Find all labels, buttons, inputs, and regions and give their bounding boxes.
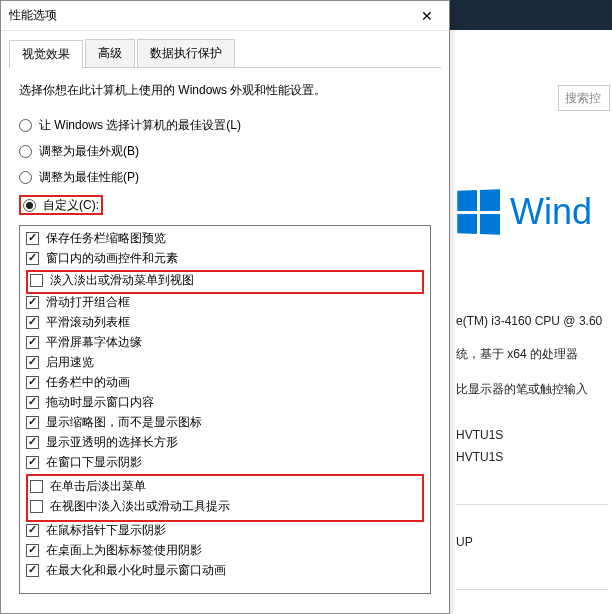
effect-label: 在桌面上为图标标签使用阴影: [46, 542, 202, 558]
performance-options-dialog: 性能选项 ✕ 视觉效果 高级 数据执行保护 选择你想在此计算机上使用的 Wind…: [0, 0, 450, 614]
dialog-description: 选择你想在此计算机上使用的 Windows 外观和性能设置。: [19, 82, 431, 99]
effect-item[interactable]: 在视图中淡入淡出或滑动工具提示: [30, 498, 420, 514]
effect-item[interactable]: 窗口内的动画控件和元素: [26, 250, 424, 266]
effect-item[interactable]: 在桌面上为图标标签使用阴影: [26, 542, 424, 558]
radio-option-0[interactable]: 让 Windows 选择计算机的最佳设置(L): [19, 117, 431, 133]
tab-advanced[interactable]: 高级: [85, 39, 135, 67]
effect-label: 平滑滚动列表框: [46, 314, 130, 330]
checkbox-icon: [26, 356, 39, 369]
radio-label: 调整为最佳外观(B): [39, 143, 139, 159]
effect-label: 任务栏中的动画: [46, 374, 130, 390]
radio-icon: [19, 145, 32, 158]
highlight-box: 在单击后淡出菜单在视图中淡入淡出或滑动工具提示: [26, 474, 424, 522]
effect-label: 窗口内的动画控件和元素: [46, 250, 178, 266]
checkbox-icon: [30, 480, 43, 493]
effect-item[interactable]: 拖动时显示窗口内容: [26, 394, 424, 410]
radio-option-1[interactable]: 调整为最佳外观(B): [19, 143, 431, 159]
effect-item[interactable]: 在最大化和最小化时显示窗口动画: [26, 562, 424, 578]
effect-label: 保存任务栏缩略图预览: [46, 230, 166, 246]
radio-option-2[interactable]: 调整为最佳性能(P): [19, 169, 431, 185]
checkbox-icon: [26, 416, 39, 429]
tab-dep[interactable]: 数据执行保护: [137, 39, 235, 67]
checkbox-icon: [26, 564, 39, 577]
hostname-2: HVTU1S: [456, 450, 608, 464]
cpu-line: e(TM) i3-4160 CPU @ 3.60: [456, 314, 608, 328]
checkbox-icon: [26, 336, 39, 349]
checkbox-icon: [26, 252, 39, 265]
workgroup-line: UP: [456, 535, 608, 549]
hostname-1: HVTU1S: [456, 428, 608, 442]
effect-label: 显示亚透明的选择长方形: [46, 434, 178, 450]
checkbox-icon: [26, 376, 39, 389]
effect-item[interactable]: 任务栏中的动画: [26, 374, 424, 390]
checkbox-icon: [30, 500, 43, 513]
tab-visual-effects[interactable]: 视觉效果: [9, 40, 83, 68]
effect-label: 拖动时显示窗口内容: [46, 394, 154, 410]
radio-icon: [19, 119, 32, 132]
checkbox-icon: [26, 232, 39, 245]
control-panel-search[interactable]: 搜索控: [558, 85, 610, 111]
dialog-titlebar: 性能选项 ✕: [1, 1, 449, 31]
effect-label: 在视图中淡入淡出或滑动工具提示: [50, 498, 230, 514]
brand-text: Wind: [510, 191, 592, 233]
effect-label: 滑动打开组合框: [46, 294, 130, 310]
radio-label: 自定义(C):: [43, 197, 99, 213]
effect-item[interactable]: 平滑滚动列表框: [26, 314, 424, 330]
windows-logo-icon: [457, 189, 500, 234]
checkbox-icon: [26, 436, 39, 449]
effect-label: 淡入淡出或滑动菜单到视图: [50, 272, 194, 288]
checkbox-icon: [30, 274, 43, 287]
radio-icon: [19, 171, 32, 184]
effect-item[interactable]: 平滑屏幕字体边缘: [26, 334, 424, 350]
checkbox-icon: [26, 544, 39, 557]
checkbox-icon: [26, 396, 39, 409]
dialog-title: 性能选项: [9, 7, 57, 24]
effect-item[interactable]: 在鼠标指针下显示阴影: [26, 522, 424, 538]
peninput-line: 比显示器的笔或触控输入: [456, 381, 608, 398]
close-icon: ✕: [421, 8, 433, 24]
effect-item[interactable]: 保存任务栏缩略图预览: [26, 230, 424, 246]
checkbox-icon: [26, 296, 39, 309]
effect-label: 启用速览: [46, 354, 94, 370]
arch-line: 统，基于 x64 的处理器: [456, 346, 608, 363]
effect-label: 在窗口下显示阴影: [46, 454, 142, 470]
checkbox-icon: [26, 316, 39, 329]
effect-item[interactable]: 显示亚透明的选择长方形: [26, 434, 424, 450]
system-info-background: 搜索控 Wind e(TM) i3-4160 CPU @ 3.60 统，基于 x…: [452, 30, 612, 614]
radio-label: 调整为最佳性能(P): [39, 169, 139, 185]
effect-item[interactable]: 滑动打开组合框: [26, 294, 424, 310]
radio-label: 让 Windows 选择计算机的最佳设置(L): [39, 117, 241, 133]
effect-label: 在单击后淡出菜单: [50, 478, 146, 494]
checkbox-icon: [26, 524, 39, 537]
effect-item[interactable]: 显示缩略图，而不是显示图标: [26, 414, 424, 430]
effect-label: 在鼠标指针下显示阴影: [46, 522, 166, 538]
effect-item[interactable]: 淡入淡出或滑动菜单到视图: [30, 272, 420, 288]
effect-label: 显示缩略图，而不是显示图标: [46, 414, 202, 430]
search-placeholder: 搜索控: [565, 90, 601, 107]
radio-option-3[interactable]: 自定义(C):: [19, 195, 431, 215]
effect-item[interactable]: 在单击后淡出菜单: [30, 478, 420, 494]
windows-brand: Wind: [456, 190, 608, 234]
effect-item[interactable]: 在窗口下显示阴影: [26, 454, 424, 470]
effects-listbox[interactable]: 保存任务栏缩略图预览窗口内的动画控件和元素淡入淡出或滑动菜单到视图滑动打开组合框…: [19, 225, 431, 594]
effect-label: 在最大化和最小化时显示窗口动画: [46, 562, 226, 578]
effect-item[interactable]: 启用速览: [26, 354, 424, 370]
close-button[interactable]: ✕: [404, 1, 449, 30]
effect-label: 平滑屏幕字体边缘: [46, 334, 142, 350]
checkbox-icon: [26, 456, 39, 469]
highlight-box: 淡入淡出或滑动菜单到视图: [26, 270, 424, 294]
tab-row: 视觉效果 高级 数据执行保护: [9, 39, 441, 68]
radio-icon: [23, 199, 36, 212]
highlight-box: 自定义(C):: [19, 195, 103, 215]
